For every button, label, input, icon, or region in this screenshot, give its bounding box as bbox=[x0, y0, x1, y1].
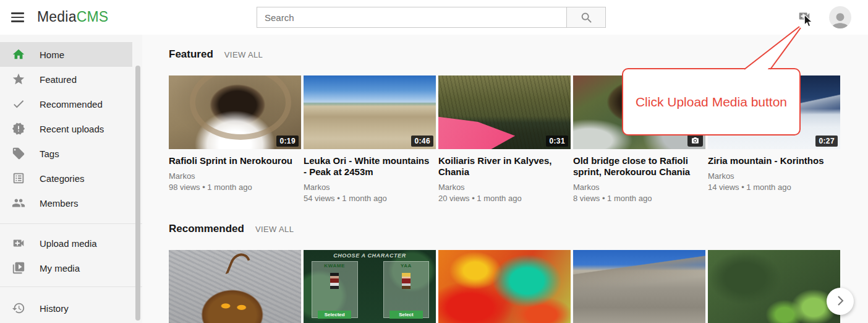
annotation-text: Click Upload Media button bbox=[636, 95, 787, 110]
media-author[interactable]: Markos bbox=[304, 182, 436, 193]
media-title[interactable]: Koiliaris River in Kalyves, Chania bbox=[438, 155, 571, 178]
sidebar-item-history[interactable]: History bbox=[0, 296, 132, 321]
sidebar-item-my-media[interactable]: My media bbox=[0, 256, 132, 280]
sidebar-item-label: Recommended bbox=[40, 99, 103, 110]
sidebar-item-members[interactable]: Members bbox=[0, 191, 132, 215]
history-icon bbox=[12, 301, 25, 315]
carousel-next-button[interactable] bbox=[827, 288, 854, 315]
search-button[interactable] bbox=[566, 7, 606, 28]
media-card[interactable]: 0:19 Rafioli Sprint in Nerokourou Markos… bbox=[169, 75, 301, 204]
game-character-panel-left: KWAME Selected bbox=[312, 261, 358, 318]
media-card[interactable] bbox=[438, 250, 571, 323]
sidebar-item-label: Home bbox=[40, 50, 64, 60]
search-input[interactable] bbox=[257, 7, 566, 28]
media-card[interactable]: CHOOSE A CHARACTER KWAME Selected YAA Se… bbox=[304, 250, 436, 323]
check-icon bbox=[12, 97, 25, 111]
hamburger-icon bbox=[11, 12, 24, 14]
new-releases-icon bbox=[12, 122, 25, 136]
media-author[interactable]: Markos bbox=[438, 182, 571, 193]
pixel-character bbox=[402, 273, 411, 289]
section-title-recommended: Recommended bbox=[169, 223, 244, 235]
game-title: CHOOSE A CHARACTER bbox=[304, 252, 436, 259]
view-all-featured-link[interactable]: VIEW ALL bbox=[224, 50, 263, 59]
sidebar-item-label: Tags bbox=[40, 149, 59, 159]
sidebar: Home Featured Recommended Recent uploads… bbox=[0, 35, 142, 323]
media-thumbnail-game-select[interactable]: CHOOSE A CHARACTER KWAME Selected YAA Se… bbox=[304, 250, 436, 323]
media-meta: 14 views • 1 month ago bbox=[708, 182, 840, 193]
duration-badge: 0:19 bbox=[276, 136, 299, 147]
recommended-cards-row: CHOOSE A CHARACTER KWAME Selected YAA Se… bbox=[169, 250, 868, 323]
search-bar bbox=[257, 7, 606, 28]
sidebar-item-recommended[interactable]: Recommended bbox=[0, 92, 132, 116]
person-icon bbox=[830, 11, 850, 28]
sidebar-scrollbar[interactable] bbox=[135, 66, 140, 321]
chevron-right-icon bbox=[833, 293, 848, 310]
sidebar-item-label: Upload media bbox=[40, 238, 97, 249]
sidebar-item-featured[interactable]: Featured bbox=[0, 67, 132, 92]
camera-icon bbox=[691, 137, 699, 145]
home-icon bbox=[12, 48, 25, 61]
media-author[interactable]: Markos bbox=[169, 171, 301, 182]
upload-media-button[interactable] bbox=[793, 5, 818, 30]
sidebar-item-label: Featured bbox=[40, 74, 77, 85]
sidebar-item-upload-media[interactable]: Upload media bbox=[0, 231, 132, 256]
game-character-panel-right: YAA Select bbox=[383, 261, 430, 318]
sidebar-item-label: History bbox=[40, 303, 69, 314]
user-avatar-button[interactable] bbox=[829, 6, 851, 28]
logo-media: Media bbox=[37, 9, 77, 25]
media-card[interactable] bbox=[573, 250, 705, 323]
sidebar-item-label: Members bbox=[40, 198, 79, 209]
app-logo[interactable]: MediaCMS bbox=[37, 9, 108, 25]
sidebar-item-label: My media bbox=[40, 263, 80, 273]
star-icon bbox=[12, 72, 25, 86]
media-thumbnail-waterfall-arch[interactable]: 0:19 bbox=[169, 75, 301, 149]
media-thumbnail-abstract-colors[interactable] bbox=[438, 250, 571, 323]
categories-icon bbox=[12, 171, 25, 185]
game-selected-button: Selected bbox=[318, 311, 351, 319]
camera-badge bbox=[687, 134, 703, 147]
media-thumbnail-green-leaves[interactable] bbox=[708, 250, 840, 323]
media-author[interactable]: Markos bbox=[573, 182, 705, 193]
top-bar: MediaCMS bbox=[0, 0, 868, 35]
media-thumbnail-river-kayak[interactable]: 0:31 bbox=[438, 75, 571, 149]
sidebar-item-home[interactable]: Home bbox=[0, 42, 132, 67]
logo-cms: CMS bbox=[77, 9, 109, 25]
media-title[interactable]: Ziria mountain - Korinthos bbox=[708, 155, 840, 166]
media-card[interactable] bbox=[708, 250, 840, 323]
game-select-button: Select bbox=[389, 311, 423, 319]
duration-badge: 0:31 bbox=[546, 136, 568, 147]
view-all-recommended-link[interactable]: VIEW ALL bbox=[255, 225, 294, 234]
sidebar-item-label: Categories bbox=[40, 173, 85, 184]
media-meta: 54 views • 1 month ago bbox=[304, 193, 436, 204]
media-card[interactable]: 0:46 Leuka Ori - White mountains - Peak … bbox=[304, 75, 436, 204]
sidebar-item-categories[interactable]: Categories bbox=[0, 166, 132, 191]
section-title-featured: Featured bbox=[169, 48, 213, 61]
sidebar-item-tags[interactable]: Tags bbox=[0, 141, 132, 166]
pixel-character bbox=[330, 273, 339, 289]
sidebar-item-label: Recent uploads bbox=[40, 124, 104, 134]
tag-icon bbox=[12, 147, 25, 160]
magnifier-icon bbox=[580, 11, 592, 24]
upload-media-icon bbox=[12, 236, 25, 250]
hamburger-menu-button[interactable] bbox=[5, 5, 30, 30]
media-card[interactable] bbox=[169, 250, 301, 323]
media-meta: 98 views • 1 month ago bbox=[169, 182, 301, 193]
media-thumbnail-white-mountains[interactable]: 0:46 bbox=[304, 75, 436, 149]
media-title[interactable]: Old bridge close to Rafioli sprint, Nero… bbox=[573, 155, 705, 178]
upload-media-icon bbox=[798, 9, 814, 25]
game-screen-overlay: CHOOSE A CHARACTER KWAME Selected YAA Se… bbox=[304, 250, 436, 323]
sidebar-item-recent-uploads[interactable]: Recent uploads bbox=[0, 116, 132, 141]
media-thumbnail-rocky-mountain[interactable] bbox=[573, 250, 705, 323]
media-title[interactable]: Leuka Ori - White mountains - Peak at 24… bbox=[304, 155, 436, 178]
media-title[interactable]: Rafioli Sprint in Nerokourou bbox=[169, 155, 301, 166]
duration-badge: 0:27 bbox=[815, 136, 838, 147]
duration-badge: 0:46 bbox=[411, 136, 433, 147]
media-author[interactable]: Markos bbox=[708, 171, 840, 182]
media-card[interactable]: 0:31 Koiliaris River in Kalyves, Chania … bbox=[438, 75, 571, 204]
media-meta: 8 views • 1 month ago bbox=[573, 193, 705, 204]
my-media-icon bbox=[12, 261, 25, 275]
recommended-section: Recommended VIEW ALL bbox=[169, 223, 868, 323]
annotation-callout: Click Upload Media button bbox=[622, 68, 801, 136]
media-thumbnail-pumpkin-craft[interactable] bbox=[169, 250, 301, 323]
members-icon bbox=[12, 196, 25, 210]
